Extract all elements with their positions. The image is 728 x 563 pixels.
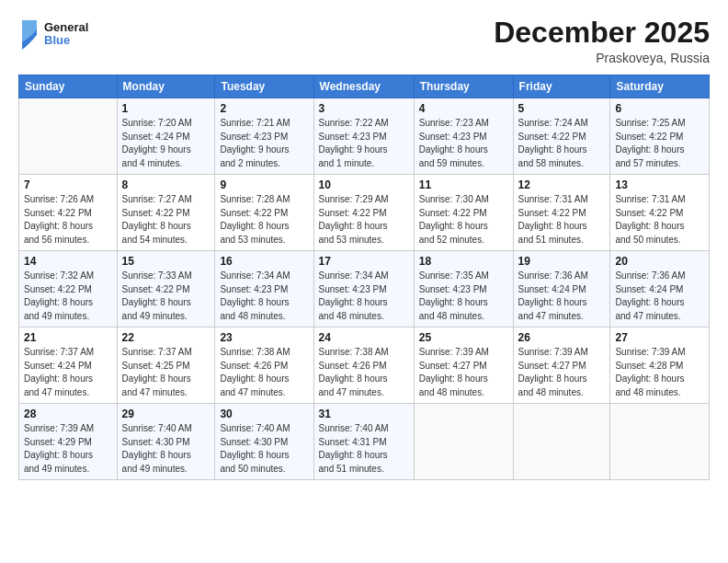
day-info: Sunrise: 7:22 AM Sunset: 4:23 PM Dayligh… bbox=[319, 117, 409, 170]
svg-text:Blue: Blue bbox=[44, 33, 70, 47]
calendar-cell: 17Sunrise: 7:34 AM Sunset: 4:23 PM Dayli… bbox=[313, 251, 414, 327]
day-info: Sunrise: 7:34 AM Sunset: 4:23 PM Dayligh… bbox=[319, 270, 409, 323]
day-info: Sunrise: 7:40 AM Sunset: 4:30 PM Dayligh… bbox=[220, 422, 308, 476]
weekday-thursday: Thursday bbox=[414, 75, 513, 98]
calendar-cell: 16Sunrise: 7:34 AM Sunset: 4:23 PM Dayli… bbox=[215, 251, 313, 327]
day-number: 21 bbox=[24, 331, 112, 344]
day-info: Sunrise: 7:35 AM Sunset: 4:23 PM Dayligh… bbox=[419, 270, 508, 323]
calendar-cell bbox=[513, 404, 610, 480]
calendar-cell: 22Sunrise: 7:37 AM Sunset: 4:25 PM Dayli… bbox=[117, 327, 215, 404]
day-info: Sunrise: 7:39 AM Sunset: 4:27 PM Dayligh… bbox=[419, 346, 508, 399]
day-number: 25 bbox=[419, 331, 508, 344]
day-info: Sunrise: 7:40 AM Sunset: 4:30 PM Dayligh… bbox=[122, 422, 210, 476]
calendar-cell: 10Sunrise: 7:29 AM Sunset: 4:22 PM Dayli… bbox=[313, 175, 414, 251]
day-number: 23 bbox=[220, 331, 308, 344]
day-info: Sunrise: 7:37 AM Sunset: 4:25 PM Dayligh… bbox=[122, 346, 210, 399]
day-info: Sunrise: 7:31 AM Sunset: 4:22 PM Dayligh… bbox=[615, 193, 704, 247]
calendar-cell: 15Sunrise: 7:33 AM Sunset: 4:22 PM Dayli… bbox=[117, 251, 215, 327]
calendar-cell: 4Sunrise: 7:23 AM Sunset: 4:23 PM Daylig… bbox=[414, 98, 513, 175]
calendar-cell: 6Sunrise: 7:25 AM Sunset: 4:22 PM Daylig… bbox=[610, 98, 710, 175]
day-number: 1 bbox=[122, 102, 210, 115]
day-number: 22 bbox=[122, 331, 210, 344]
weekday-friday: Friday bbox=[513, 75, 610, 98]
calendar-cell: 1Sunrise: 7:20 AM Sunset: 4:24 PM Daylig… bbox=[117, 98, 215, 175]
title-block: December 2025 Praskoveya, Russia bbox=[494, 17, 710, 65]
day-number: 13 bbox=[615, 178, 704, 191]
day-number: 31 bbox=[319, 408, 409, 420]
day-info: Sunrise: 7:38 AM Sunset: 4:26 PM Dayligh… bbox=[319, 346, 409, 399]
calendar-cell: 8Sunrise: 7:27 AM Sunset: 4:22 PM Daylig… bbox=[117, 175, 215, 251]
calendar-cell: 26Sunrise: 7:39 AM Sunset: 4:27 PM Dayli… bbox=[513, 327, 610, 404]
day-number: 5 bbox=[518, 102, 606, 115]
svg-text:General: General bbox=[44, 20, 88, 34]
calendar-cell: 21Sunrise: 7:37 AM Sunset: 4:24 PM Dayli… bbox=[19, 327, 118, 404]
calendar-table: SundayMondayTuesdayWednesdayThursdayFrid… bbox=[18, 75, 710, 480]
day-info: Sunrise: 7:39 AM Sunset: 4:28 PM Dayligh… bbox=[615, 346, 704, 399]
day-info: Sunrise: 7:30 AM Sunset: 4:22 PM Dayligh… bbox=[419, 193, 508, 247]
calendar-body: 1Sunrise: 7:20 AM Sunset: 4:24 PM Daylig… bbox=[19, 98, 710, 480]
day-number: 3 bbox=[319, 102, 409, 115]
day-info: Sunrise: 7:36 AM Sunset: 4:24 PM Dayligh… bbox=[615, 270, 704, 323]
logo: General Blue bbox=[18, 17, 101, 52]
calendar-cell bbox=[19, 98, 118, 175]
weekday-tuesday: Tuesday bbox=[215, 75, 313, 98]
calendar-cell bbox=[414, 404, 513, 480]
weekday-wednesday: Wednesday bbox=[313, 75, 414, 98]
day-number: 14 bbox=[24, 255, 112, 268]
day-number: 24 bbox=[319, 331, 409, 344]
day-number: 26 bbox=[518, 331, 606, 344]
calendar-header: SundayMondayTuesdayWednesdayThursdayFrid… bbox=[19, 75, 710, 98]
weekday-row: SundayMondayTuesdayWednesdayThursdayFrid… bbox=[19, 75, 710, 98]
day-number: 8 bbox=[122, 178, 210, 191]
day-info: Sunrise: 7:39 AM Sunset: 4:27 PM Dayligh… bbox=[518, 346, 606, 399]
day-number: 27 bbox=[615, 331, 704, 344]
day-info: Sunrise: 7:38 AM Sunset: 4:26 PM Dayligh… bbox=[220, 346, 308, 399]
day-info: Sunrise: 7:37 AM Sunset: 4:24 PM Dayligh… bbox=[24, 346, 112, 399]
day-info: Sunrise: 7:24 AM Sunset: 4:22 PM Dayligh… bbox=[518, 117, 606, 170]
day-info: Sunrise: 7:28 AM Sunset: 4:22 PM Dayligh… bbox=[220, 193, 308, 247]
day-info: Sunrise: 7:25 AM Sunset: 4:22 PM Dayligh… bbox=[615, 117, 704, 170]
day-info: Sunrise: 7:31 AM Sunset: 4:22 PM Dayligh… bbox=[518, 193, 606, 247]
day-number: 18 bbox=[419, 255, 508, 268]
day-number: 29 bbox=[122, 408, 210, 420]
day-number: 4 bbox=[419, 102, 508, 115]
day-info: Sunrise: 7:39 AM Sunset: 4:29 PM Dayligh… bbox=[24, 422, 112, 476]
day-number: 16 bbox=[220, 255, 308, 268]
day-number: 20 bbox=[615, 255, 704, 268]
day-info: Sunrise: 7:21 AM Sunset: 4:23 PM Dayligh… bbox=[220, 117, 308, 170]
calendar-cell: 27Sunrise: 7:39 AM Sunset: 4:28 PM Dayli… bbox=[610, 327, 710, 404]
day-number: 28 bbox=[24, 408, 112, 420]
location: Praskoveya, Russia bbox=[494, 51, 710, 65]
day-number: 12 bbox=[518, 178, 606, 191]
week-row-5: 28Sunrise: 7:39 AM Sunset: 4:29 PM Dayli… bbox=[19, 404, 710, 480]
week-row-1: 1Sunrise: 7:20 AM Sunset: 4:24 PM Daylig… bbox=[19, 98, 710, 175]
weekday-sunday: Sunday bbox=[19, 75, 118, 98]
calendar-cell: 14Sunrise: 7:32 AM Sunset: 4:22 PM Dayli… bbox=[19, 251, 118, 327]
day-info: Sunrise: 7:29 AM Sunset: 4:22 PM Dayligh… bbox=[319, 193, 409, 247]
day-number: 9 bbox=[220, 178, 308, 191]
calendar-cell: 2Sunrise: 7:21 AM Sunset: 4:23 PM Daylig… bbox=[215, 98, 313, 175]
calendar-cell: 7Sunrise: 7:26 AM Sunset: 4:22 PM Daylig… bbox=[19, 175, 118, 251]
day-number: 10 bbox=[319, 178, 409, 191]
calendar-cell: 20Sunrise: 7:36 AM Sunset: 4:24 PM Dayli… bbox=[610, 251, 710, 327]
weekday-monday: Monday bbox=[117, 75, 215, 98]
week-row-3: 14Sunrise: 7:32 AM Sunset: 4:22 PM Dayli… bbox=[19, 251, 710, 327]
weekday-saturday: Saturday bbox=[610, 75, 710, 98]
day-number: 7 bbox=[24, 178, 112, 191]
header: General Blue December 2025 Praskoveya, R… bbox=[18, 17, 710, 65]
week-row-2: 7Sunrise: 7:26 AM Sunset: 4:22 PM Daylig… bbox=[19, 175, 710, 251]
calendar-cell: 12Sunrise: 7:31 AM Sunset: 4:22 PM Dayli… bbox=[513, 175, 610, 251]
calendar-cell: 13Sunrise: 7:31 AM Sunset: 4:22 PM Dayli… bbox=[610, 175, 710, 251]
day-number: 6 bbox=[615, 102, 704, 115]
day-info: Sunrise: 7:27 AM Sunset: 4:22 PM Dayligh… bbox=[122, 193, 210, 247]
day-info: Sunrise: 7:34 AM Sunset: 4:23 PM Dayligh… bbox=[220, 270, 308, 323]
day-number: 15 bbox=[122, 255, 210, 268]
day-info: Sunrise: 7:36 AM Sunset: 4:24 PM Dayligh… bbox=[518, 270, 606, 323]
calendar-cell: 3Sunrise: 7:22 AM Sunset: 4:23 PM Daylig… bbox=[313, 98, 414, 175]
logo-svg: General Blue bbox=[18, 17, 101, 52]
calendar-cell: 29Sunrise: 7:40 AM Sunset: 4:30 PM Dayli… bbox=[117, 404, 215, 480]
calendar-cell: 31Sunrise: 7:40 AM Sunset: 4:31 PM Dayli… bbox=[313, 404, 414, 480]
calendar-cell: 23Sunrise: 7:38 AM Sunset: 4:26 PM Dayli… bbox=[215, 327, 313, 404]
day-info: Sunrise: 7:40 AM Sunset: 4:31 PM Dayligh… bbox=[319, 422, 409, 476]
calendar-cell: 30Sunrise: 7:40 AM Sunset: 4:30 PM Dayli… bbox=[215, 404, 313, 480]
